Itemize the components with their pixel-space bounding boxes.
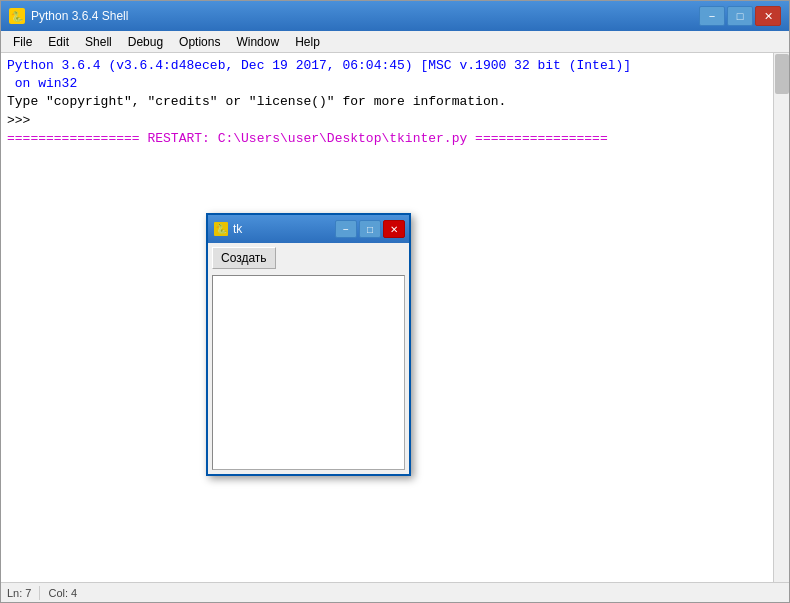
menu-file[interactable]: File	[5, 33, 40, 51]
idle-window: 🐍 Python 3.6.4 Shell − □ ✕ File Edit She…	[0, 0, 790, 603]
tk-listbox[interactable]	[212, 275, 405, 470]
window-title: Python 3.6.4 Shell	[31, 9, 128, 23]
close-button[interactable]: ✕	[755, 6, 781, 26]
tk-close-button[interactable]: ✕	[383, 220, 405, 238]
menu-bar: File Edit Shell Debug Options Window Hel…	[1, 31, 789, 53]
shell-line-2: on win32	[7, 75, 783, 93]
menu-edit[interactable]: Edit	[40, 33, 77, 51]
menu-options[interactable]: Options	[171, 33, 228, 51]
shell-line-1: Python 3.6.4 (v3.6.4:d48eceb, Dec 19 201…	[7, 57, 783, 75]
tk-title-bar: 🐍 tk − □ ✕	[208, 215, 409, 243]
tk-body: Создать	[208, 243, 409, 474]
status-col: Col: 4	[48, 587, 77, 599]
title-bar-controls: − □ ✕	[699, 6, 781, 26]
shell-content[interactable]: Python 3.6.4 (v3.6.4:d48eceb, Dec 19 201…	[1, 53, 789, 582]
create-button[interactable]: Создать	[212, 247, 276, 269]
python-icon: 🐍	[9, 8, 25, 24]
scrollbar-thumb[interactable]	[775, 54, 789, 94]
title-bar: 🐍 Python 3.6.4 Shell − □ ✕	[1, 1, 789, 31]
title-bar-left: 🐍 Python 3.6.4 Shell	[9, 8, 128, 24]
maximize-button[interactable]: □	[727, 6, 753, 26]
tk-minimize-button[interactable]: −	[335, 220, 357, 238]
shell-prompt: >>>	[7, 112, 783, 130]
menu-shell[interactable]: Shell	[77, 33, 120, 51]
tk-icon: 🐍	[214, 222, 228, 236]
status-divider	[39, 586, 40, 600]
menu-help[interactable]: Help	[287, 33, 328, 51]
tk-window-title: tk	[233, 222, 242, 236]
status-bar: Ln: 7 Col: 4	[1, 582, 789, 602]
scrollbar[interactable]	[773, 53, 789, 582]
tk-window: 🐍 tk − □ ✕ Создать	[206, 213, 411, 476]
tk-maximize-button[interactable]: □	[359, 220, 381, 238]
minimize-button[interactable]: −	[699, 6, 725, 26]
tk-controls: − □ ✕	[335, 220, 405, 238]
shell-line-3: Type "copyright", "credits" or "license(…	[7, 93, 783, 111]
menu-window[interactable]: Window	[228, 33, 287, 51]
status-ln: Ln: 7	[7, 587, 31, 599]
menu-debug[interactable]: Debug	[120, 33, 171, 51]
tk-title-left: 🐍 tk	[214, 222, 242, 236]
shell-restart-line: ================= RESTART: C:\Users\user…	[7, 130, 783, 148]
